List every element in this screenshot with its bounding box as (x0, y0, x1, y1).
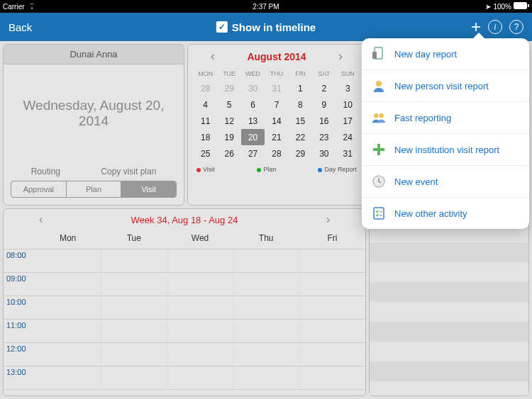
time-slot[interactable] (35, 296, 101, 319)
time-slot[interactable] (167, 249, 233, 272)
week-next-icon[interactable]: › (326, 213, 330, 226)
cal-day[interactable]: 24 (336, 129, 360, 145)
cal-day[interactable]: 28 (265, 145, 288, 162)
time-slot[interactable] (233, 343, 299, 366)
cal-day[interactable]: 28 (194, 80, 217, 96)
time-slot[interactable] (300, 296, 365, 319)
cal-day[interactable]: 29 (217, 80, 240, 96)
time-slot[interactable] (233, 249, 299, 272)
calendar-title: August 2014 (247, 51, 306, 62)
popover-item-label: New person visit report (394, 81, 489, 91)
time-slot[interactable] (300, 249, 365, 272)
cal-day[interactable]: 8 (289, 96, 312, 113)
cal-day[interactable]: 22 (289, 129, 312, 145)
show-timeline-label: Show in timeline (232, 21, 316, 33)
cal-day[interactable]: 12 (217, 113, 240, 129)
time-slot[interactable] (35, 273, 101, 296)
time-slot[interactable] (233, 273, 299, 296)
time-slot[interactable] (167, 320, 233, 342)
week-prev-icon[interactable]: ‹ (39, 213, 43, 226)
cal-day[interactable]: 26 (217, 145, 240, 162)
cal-day[interactable]: 6 (241, 96, 265, 113)
cal-day[interactable]: 13 (241, 113, 265, 129)
cal-day[interactable]: 21 (265, 129, 288, 145)
time-slot[interactable] (167, 273, 233, 296)
cal-dow: THU (265, 67, 288, 80)
popover-item[interactable]: New institution visit report (362, 134, 529, 166)
time-slot[interactable] (300, 320, 365, 342)
routing-link[interactable]: Routing (31, 167, 60, 176)
legend-visit: Visit (196, 166, 215, 173)
popover-item[interactable]: New day report (362, 38, 529, 70)
cal-day[interactable]: 27 (241, 145, 265, 162)
time-slot[interactable] (167, 366, 233, 389)
time-slot[interactable] (35, 249, 101, 272)
popover-item[interactable]: Fast reporting (362, 102, 529, 134)
cal-day[interactable]: 14 (265, 113, 288, 129)
time-slot[interactable] (35, 366, 101, 389)
time-slot[interactable] (300, 343, 365, 366)
cal-day[interactable]: 29 (289, 145, 312, 162)
popover-item[interactable]: New event (362, 166, 529, 198)
cal-day[interactable]: 30 (312, 145, 336, 162)
cal-day[interactable]: 31 (265, 80, 288, 96)
cal-day[interactable]: 15 (289, 113, 312, 129)
view-segment[interactable]: Approval Plan Visit (11, 181, 177, 198)
checklist-icon (372, 206, 386, 220)
cal-day[interactable]: 9 (312, 96, 336, 113)
popover-item-label: New event (394, 176, 438, 187)
segment-approval[interactable]: Approval (11, 181, 67, 197)
time-slot[interactable] (101, 249, 167, 272)
cal-day[interactable]: 2 (312, 80, 336, 96)
time-slot[interactable] (101, 273, 167, 296)
cal-prev-icon[interactable]: ‹ (211, 49, 215, 64)
cal-day[interactable]: 11 (194, 113, 217, 129)
cal-next-icon[interactable]: › (338, 49, 343, 64)
cal-day[interactable]: 1 (289, 80, 312, 96)
copy-visit-plan-link[interactable]: Copy visit plan (101, 167, 156, 176)
svg-point-4 (376, 81, 382, 86)
cal-day[interactable]: 7 (265, 96, 288, 113)
popover-item-label: New day report (394, 49, 457, 60)
cal-day[interactable]: 20 (241, 129, 265, 145)
help-icon[interactable]: ? (509, 20, 523, 34)
time-slot[interactable] (101, 343, 167, 366)
cal-day[interactable]: 30 (241, 80, 265, 96)
cal-day[interactable]: 18 (194, 129, 217, 145)
popover-item[interactable]: New other activity (362, 198, 529, 229)
segment-plan[interactable]: Plan (67, 181, 122, 197)
cal-day[interactable]: 3 (336, 80, 360, 96)
cal-day[interactable]: 25 (194, 145, 217, 162)
cal-day[interactable]: 17 (336, 113, 360, 129)
time-slot[interactable] (167, 296, 233, 319)
time-slot[interactable] (35, 320, 101, 342)
cal-day[interactable]: 16 (312, 113, 336, 129)
time-slot[interactable] (101, 320, 167, 342)
people-icon (372, 111, 386, 125)
location-icon: ➤ (485, 3, 491, 11)
time-slot[interactable] (233, 366, 299, 389)
svg-point-6 (379, 113, 383, 118)
popover-item-label: Fast reporting (394, 113, 451, 123)
popover-item-label: New institution visit report (394, 145, 499, 155)
back-button[interactable]: Back (9, 21, 32, 33)
cal-day[interactable]: 10 (336, 96, 360, 113)
time-slot[interactable] (101, 296, 167, 319)
popover-item[interactable]: New person visit report (362, 70, 529, 102)
time-slot[interactable] (101, 366, 167, 389)
show-in-timeline-toggle[interactable]: ✓ Show in timeline (216, 21, 316, 33)
time-slot[interactable] (300, 366, 365, 389)
segment-visit[interactable]: Visit (121, 181, 176, 197)
time-slot[interactable] (300, 273, 365, 296)
cal-day[interactable]: 19 (217, 129, 240, 145)
time-slot[interactable] (35, 343, 101, 366)
cal-day[interactable]: 31 (336, 145, 360, 162)
info-icon[interactable]: i (488, 20, 502, 34)
cal-day[interactable]: 4 (194, 96, 217, 113)
time-slot[interactable] (167, 343, 233, 366)
cal-day[interactable]: 5 (217, 96, 240, 113)
time-slot[interactable] (233, 320, 299, 342)
time-slot[interactable] (233, 296, 299, 319)
status-bar: Carrier 2:37 PM ➤ 100% (0, 0, 532, 13)
cal-day[interactable]: 23 (312, 129, 336, 145)
